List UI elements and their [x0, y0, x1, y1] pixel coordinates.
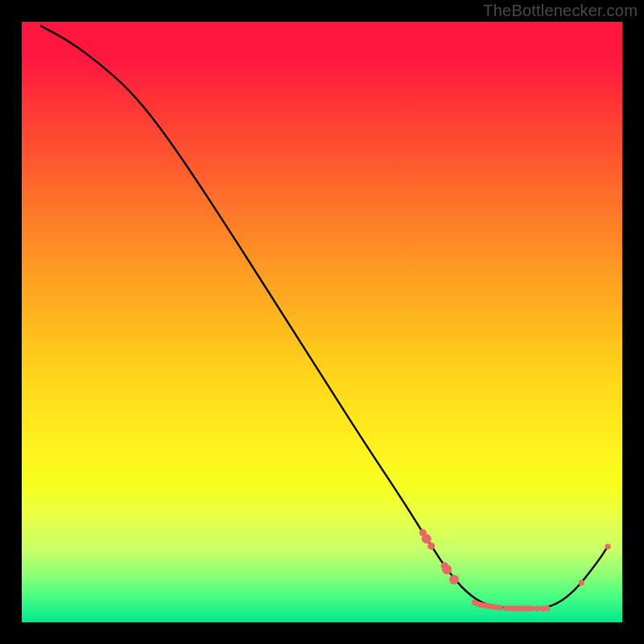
data-point	[427, 543, 435, 550]
data-point	[579, 580, 584, 585]
data-point	[422, 534, 431, 543]
data-point	[497, 605, 502, 611]
chart-area	[22, 22, 622, 622]
data-point	[449, 575, 459, 584]
data-markers	[419, 529, 611, 611]
chart-svg	[22, 22, 622, 622]
data-point	[535, 605, 540, 611]
bottleneck-curve	[41, 26, 608, 608]
data-point	[544, 605, 550, 611]
data-point	[530, 605, 535, 611]
data-point	[605, 543, 611, 549]
data-point	[442, 564, 452, 574]
watermark-text: TheBottlenecker.com	[483, 2, 638, 20]
